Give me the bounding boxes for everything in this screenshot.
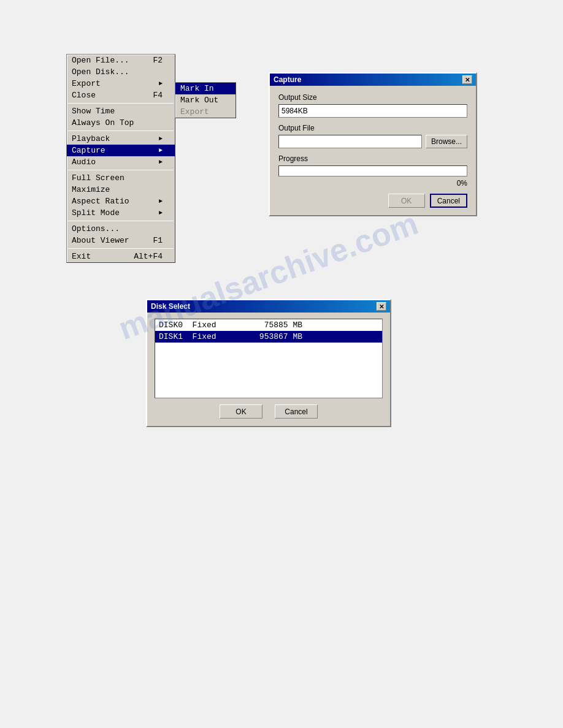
capture-dialog-body: Output Size Output File Browse... Progre… [270,86,476,215]
menu-label: Export [72,79,101,88]
menu-item-show-time[interactable]: Show Time [67,105,175,117]
menu-label: Split Mode [72,208,120,218]
menu-separator-5 [68,248,174,249]
ok-button[interactable]: OK [388,194,425,208]
progress-value: 0% [278,179,467,188]
disk-ok-button[interactable]: OK [220,404,262,419]
browse-button[interactable]: Browse... [426,135,467,148]
menu-item-open-file[interactable]: Open File... F2 [67,55,175,66]
capture-submenu: Mark In Mark Out Export [175,82,236,118]
output-file-label: Output File [278,124,467,132]
capture-dialog-title: Capture [274,75,301,84]
disk-list[interactable]: DISK0 Fixed 75885 MB DISK1 Fixed 953867 … [155,319,383,398]
capture-dialog-titlebar: Capture ✕ [270,74,476,86]
menu-separator-3 [68,170,174,170]
output-file-row: Browse... [278,135,467,148]
menu-separator-4 [68,221,174,221]
menu-label: About Viewer [72,236,129,245]
cancel-button[interactable]: Cancel [430,194,467,208]
menu-separator-2 [68,131,174,131]
disk-select-dialog: Disk Select ✕ DISK0 Fixed 75885 MB DISK1… [146,299,391,427]
arrow-icon: ► [159,135,163,142]
progress-label: Progress [278,154,467,163]
submenu-label: Mark Out [180,96,218,105]
menu-separator-1 [68,103,174,104]
menu-label: Open File... [72,56,129,65]
arrow-icon: ► [159,210,163,216]
menu-shortcut: F4 [153,91,163,100]
submenu-item-mark-out[interactable]: Mark Out [175,94,236,106]
menu-item-options[interactable]: Options... [67,223,175,235]
menu-label: Playback [72,134,110,143]
menu-item-always-on-top[interactable]: Always On Top [67,117,175,129]
disk-dialog-buttons: OK Cancel [147,404,390,419]
disk-cancel-button[interactable]: Cancel [275,404,318,419]
menu-shortcut: F1 [153,236,163,245]
submenu-label: Mark In [180,84,214,93]
context-menu: Open File... F2 Open Disk... Export ► Cl… [66,54,175,263]
menu-item-exit[interactable]: Exit Alt+F4 [67,251,175,262]
arrow-icon: ► [159,198,163,205]
progress-bar [278,165,467,176]
menu-item-playback[interactable]: Playback ► [67,133,175,145]
menu-label: Show Time [72,107,115,116]
menu-label: Options... [72,224,120,233]
menu-label: Close [72,91,96,100]
menu-label: Full Screen [72,173,124,183]
menu-label: Always On Top [72,118,134,127]
menu-item-open-disk[interactable]: Open Disk... [67,66,175,78]
arrow-icon: ► [159,159,163,165]
disk-dialog-titlebar: Disk Select ✕ [147,300,390,313]
menu-item-aspect-ratio[interactable]: Aspect Ratio ► [67,195,175,207]
output-size-input[interactable] [278,104,467,118]
menu-label: Audio [72,157,96,167]
menu-item-maximize[interactable]: Maximize [67,184,175,195]
menu-item-close[interactable]: Close F4 [67,89,175,101]
menu-shortcut: F2 [153,56,163,65]
output-size-label: Output Size [278,93,467,102]
menu-item-capture[interactable]: Capture ► [67,145,175,156]
menu-label: Capture [72,146,105,155]
menu-item-split-mode[interactable]: Split Mode ► [67,207,175,219]
disk-row-1[interactable]: DISK1 Fixed 953867 MB [155,331,382,343]
arrow-icon: ► [159,80,163,87]
menu-label: Maximize [72,185,110,194]
submenu-label: Export [180,107,209,116]
menu-item-audio[interactable]: Audio ► [67,156,175,168]
menu-label: Exit [72,252,91,261]
submenu-item-mark-in[interactable]: Mark In [175,83,236,94]
menu-shortcut: Alt+F4 [134,252,163,261]
disk-row-0[interactable]: DISK0 Fixed 75885 MB [155,319,382,331]
arrow-icon: ► [159,147,163,154]
output-file-input[interactable] [278,135,422,148]
capture-dialog: Capture ✕ Output Size Output File Browse… [269,72,477,216]
menu-item-export[interactable]: Export ► [67,78,175,89]
capture-dialog-buttons: OK Cancel [278,194,467,208]
menu-item-about-viewer[interactable]: About Viewer F1 [67,235,175,246]
menu-label: Aspect Ratio [72,197,129,206]
capture-close-button[interactable]: ✕ [462,75,472,84]
disk-close-button[interactable]: ✕ [377,302,386,311]
menu-item-full-screen[interactable]: Full Screen [67,172,175,184]
disk-dialog-title: Disk Select [151,302,190,311]
submenu-item-export[interactable]: Export [175,106,236,118]
menu-label: Open Disk... [72,67,129,77]
